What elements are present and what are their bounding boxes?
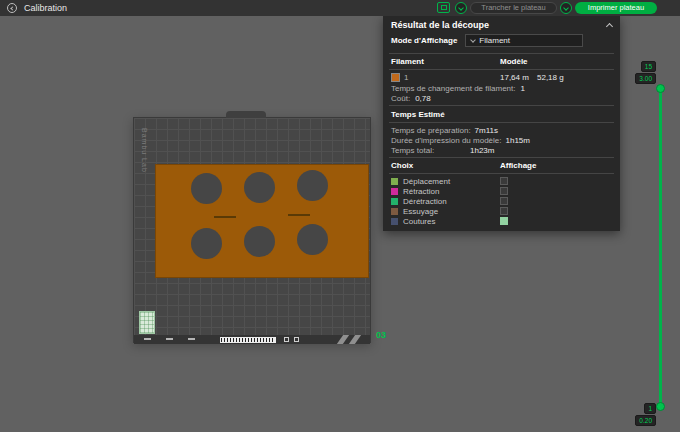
legend-label: Coutures [403,217,500,226]
time-label: Durée d'impression du modèle: [391,136,505,145]
display-mode-value: Filament [479,36,510,45]
column-header-filament: Filament [391,57,500,66]
page-title: Calibration [24,3,67,13]
divider [389,157,614,158]
layer-slider-track[interactable] [659,88,662,406]
edge-mark [144,338,151,340]
legend-row: Dérétraction [383,196,620,206]
slice-plate-icon[interactable] [437,2,450,13]
model-hole [191,228,222,259]
legend-checkbox[interactable] [500,187,508,195]
column-header-choice: Choix [391,161,500,170]
slice-plate-button[interactable]: Trancher le plateau [470,2,557,14]
filament-change-label: Temps de changement de filament: [391,84,516,93]
divider [389,69,614,70]
layer-slider-bottom-handle[interactable] [656,402,665,411]
edge-stripe [337,335,349,344]
legend-color-swatch [391,188,398,195]
legend-row: Coutures [383,216,620,226]
plate-corner-marker [139,311,155,334]
time-value: 1h15m [505,136,529,145]
time-value: 1h23m [470,146,494,155]
plate-number-badge: 03 [376,330,386,340]
legend-label: Rétraction [403,187,500,196]
slider-bottom-badges: 1 0.20 [624,403,656,426]
filament-id: 1 [404,73,408,82]
edge-icon [294,337,299,342]
filament-weight: 52,18 g [537,73,564,82]
panel-title: Résultat de la découpe [391,20,489,30]
top-toolbar: Calibration Trancher le plateau Imprimer… [0,0,680,16]
model-slot [214,216,236,218]
filament-length: 17,64 m [500,73,537,82]
display-mode-label: Mode d'Affichage [391,36,457,45]
filament-change-value: 1 [521,84,525,93]
slice-result-panel: Résultat de la découpe Mode d'Affichage … [383,16,620,231]
slice-dropdown-button[interactable] [455,2,467,14]
model-hole [191,173,222,204]
edge-mark [188,338,195,340]
time-row: Temps total: 1h23m [383,145,620,155]
model-hole [297,170,328,201]
collapse-panel-icon[interactable] [606,22,613,29]
legend-checkbox[interactable] [500,207,508,215]
time-label: Temps total: [391,146,470,155]
display-mode-dropdown[interactable]: Filament [465,34,583,47]
estimated-time-title: Temps Estimé [383,108,620,120]
model-hole [244,226,275,257]
legend-color-swatch [391,208,398,215]
edge-icon [284,337,289,342]
legend-label: Essuyage [403,207,500,216]
plate-handle-notch [226,111,266,118]
legend-color-swatch [391,198,398,205]
build-plate[interactable]: Bambu Lab [133,117,371,343]
cost-value: 0,78 [415,94,431,103]
divider [389,173,614,174]
print-dropdown-button[interactable] [560,2,572,14]
legend-color-swatch [391,218,398,225]
bottom-height-badge: 0.20 [635,415,656,426]
model-hole [297,224,328,255]
model-hole [244,172,275,203]
legend-checkbox[interactable] [500,197,508,205]
plate-barcode-label [220,337,276,343]
sliced-model[interactable] [155,164,369,278]
plate-brand-text: Bambu Lab [141,128,148,173]
edge-stripe [349,335,361,344]
time-row: Temps de préparation: 7m11s [383,125,620,135]
chevron-down-icon [563,5,569,11]
divider [389,122,614,123]
plate-glyph [441,5,447,10]
divider [389,53,614,54]
time-row: Durée d'impression du modèle: 1h15m [383,135,620,145]
app-window: Bambu Lab [0,0,680,432]
chevron-down-icon [471,37,477,43]
layer-slider-top-handle[interactable] [656,84,665,93]
legend-checkbox[interactable] [500,177,508,185]
cost-label: Coût: [391,94,410,103]
print-plate-button[interactable]: Imprimer plateau [575,2,657,14]
legend-color-swatch [391,178,398,185]
edge-mark [166,338,173,340]
legend-checkbox[interactable] [500,217,508,225]
top-height-badge: 3.00 [635,73,656,84]
slider-top-badges: 15 3.00 [624,61,656,84]
top-layer-badge: 15 [641,61,656,72]
bottom-layer-badge: 1 [644,403,656,414]
legend-row: Essuyage [383,206,620,216]
back-icon[interactable] [7,3,17,13]
column-header-display: Affichage [500,161,536,170]
chevron-left-icon [10,6,14,10]
column-header-model: Modèle [500,57,528,66]
divider [389,105,614,106]
model-slot [288,214,310,216]
chevron-down-icon [458,5,464,11]
filament-color-swatch [391,73,400,82]
legend-row: Déplacement [383,176,620,186]
time-value: 7m11s [475,126,498,135]
plate-front-edge [134,335,370,344]
time-label: Temps de préparation: [391,126,475,135]
legend-label: Déplacement [403,177,500,186]
legend-label: Dérétraction [403,197,500,206]
legend-row: Rétraction [383,186,620,196]
